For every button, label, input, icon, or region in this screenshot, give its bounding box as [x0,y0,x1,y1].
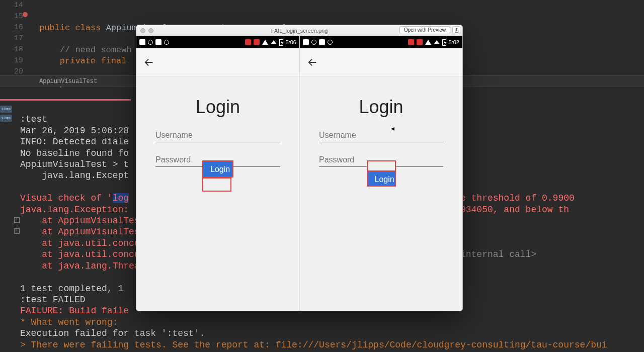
line-gutter: 14 15 16 17 18 19 20 [0,0,30,77]
stack-line: at java.util.concu [20,249,140,259]
term-line: > There were failing tests. See the repo… [20,340,607,350]
error-highlight: log [113,193,129,203]
term-line: Execution failed for task ':test'. [20,328,205,338]
baseline-screenshot: 5:06 Login Login [136,36,299,311]
circle-icon [164,40,169,45]
sd-icon [319,39,325,45]
back-arrow-icon[interactable] [307,57,318,68]
term-line: :test [20,114,47,124]
diff-highlight-box: Login [202,160,233,178]
kw-public: public [39,23,75,33]
share-icon [454,28,459,33]
statusbar-right: 5:02 [408,39,459,46]
android-statusbar: 5:06 [136,36,299,48]
expand-icon[interactable]: + [14,228,20,234]
term-line: AppiumVisualTest > t [20,159,129,169]
breadcrumb-item[interactable]: AppiumVisualTest [39,78,97,85]
error-line: java.lang.Exception: [20,205,129,215]
app-bar [300,48,462,76]
scroll-error-indicator [0,99,131,101]
login-button-diff-group: Login [202,160,233,192]
term-line: INFO: Detected diale [20,137,129,147]
line-num: 17 [0,33,23,44]
cast-icon [303,39,309,45]
clock-text: 5:02 [449,39,459,45]
line-num: 18 [0,44,23,55]
section-head: * What went wrong: [20,317,118,327]
summary-line: 1 test completed, 1 [20,284,129,294]
timing-badge: 10ms [0,106,12,113]
line-num: 16 [0,22,23,33]
screenrec-icon [245,39,251,45]
comment: // need somewh [39,45,132,55]
summary-line: :test FAILED [20,295,86,305]
signal-icon [271,40,277,44]
app-bar [136,48,299,76]
statusbar-left [303,39,333,45]
login-form: Login Login [300,76,462,311]
kw-class: class [75,23,106,33]
location-icon [254,39,260,45]
open-with-preview-button[interactable]: Open with Preview [399,26,450,34]
login-button-diff-group: Login [367,160,396,187]
expand-icon[interactable]: + [14,217,20,223]
circle-icon [328,40,333,45]
android-statusbar: 5:02 [300,36,462,48]
stack-line: at java.lang.Threa [20,261,140,271]
login-button[interactable]: Login [203,161,232,177]
term-line: java.lang.Except [20,170,129,181]
diff-highlight-box: Login [367,170,396,187]
back-arrow-icon[interactable] [143,57,154,68]
login-form: Login Login [136,76,299,311]
diff-empty-box [367,160,396,171]
stack-line: at java.util.concu [20,238,140,248]
actual-screenshot: 5:02 Login Login [299,36,462,311]
error-line: Visual check of ' [20,193,113,203]
share-button[interactable] [452,26,460,34]
username-field[interactable] [319,129,443,142]
error-gutter-icon [23,12,28,17]
login-button[interactable]: Login [368,171,395,186]
stack-line: at AppiumVisualTes [20,216,140,226]
signal-icon [434,40,440,44]
line-num: 19 [0,55,23,66]
sd-icon [155,39,162,45]
clock-text: 5:06 [286,39,296,45]
battery-icon [279,39,283,46]
window-titlebar[interactable]: FAIL_login_screen.png Open with Preview [136,25,462,36]
timing-badge: 10ms [0,115,12,122]
username-field[interactable] [155,129,280,142]
statusbar-left [139,39,169,45]
kw-private: private final [39,56,126,66]
login-title: Login [155,97,280,118]
battery-icon [442,39,446,46]
wifi-icon [262,40,268,45]
record-icon [148,40,153,45]
record-icon [311,40,316,45]
preview-diff-body: 5:06 Login Login [136,36,462,311]
location-icon [417,39,423,45]
screenrec-icon [408,39,414,45]
statusbar-right: 5:06 [245,39,296,46]
login-title: Login [319,97,443,118]
failure-line: FAILURE: Build faile [20,306,129,316]
code-line-14 [39,12,44,21]
quicklook-window: FAIL_login_screen.png Open with Preview [136,25,463,311]
line-num: 14 [0,0,23,11]
cast-icon [139,39,145,45]
wifi-icon [425,40,431,45]
line-num: 15 [0,11,23,22]
diff-empty-box [202,178,231,192]
stack-line: at AppiumVisualTes [20,227,140,237]
term-line: No baseline found fo [20,148,129,158]
term-line: Mar 26, 2019 5:06:28 [20,126,129,136]
